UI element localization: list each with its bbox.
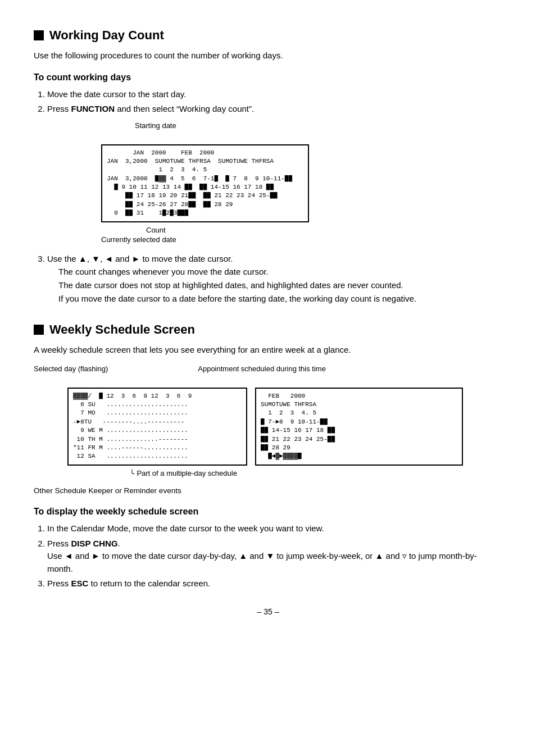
- section-title-weekly: Weekly Schedule Screen: [34, 322, 502, 337]
- screen-content: JAN 2000 FEB 2000 JAN 3,2000 SUMOTUWE TH…: [107, 149, 303, 218]
- currently-selected-label: Currently selected date: [101, 235, 176, 244]
- multiple-day-label: └ Part of a multiple-day schedule: [101, 469, 502, 477]
- working-day-steps: Move the date cursor to the start day. P…: [34, 88, 502, 116]
- subsection-title-weekly: To display the weekly schedule screen: [34, 507, 502, 517]
- weekly-screen-left: ▓▓▓▓/ █ 12 3 6 9 12 3 6 9 6 SU .........…: [67, 388, 247, 466]
- section-title-working-day: Working Day Count: [34, 28, 502, 43]
- subsection-title-count: To count working days: [34, 72, 502, 83]
- other-schedule-text: Other Schedule Keeper or Reminder events: [34, 485, 502, 497]
- step3-note3: If you move the date cursor to a date be…: [58, 294, 416, 303]
- weekly-step-2: Press DISP CHNG. Use ◄ and ► to move the…: [47, 538, 502, 576]
- weekly-schedule-section: Weekly Schedule Screen A weekly schedule…: [34, 322, 502, 590]
- working-day-count-section: Working Day Count Use the following proc…: [34, 28, 502, 306]
- step3-note1: The count changes whenever you move the …: [58, 267, 269, 276]
- step3-note2: The date cursor does not stop at highlig…: [58, 280, 403, 290]
- black-square-icon-2: [34, 325, 44, 335]
- weekly-screen-right: FEB 2000 SUMOTUWE THFRSA 1 2 3 4. 5 █ 7-…: [255, 388, 463, 466]
- step-2: Press FUNCTION and then select “Working …: [47, 103, 502, 116]
- weekly-step-1: In the Calendar Mode, move the date curs…: [47, 522, 502, 535]
- weekly-step-3: Press ESC to return to the calendar scre…: [47, 577, 502, 590]
- step-1: Move the date cursor to the start day.: [47, 88, 502, 101]
- diagram1-wrapper: Starting date JAN 2000 FEB 2000 JAN 3,20…: [67, 121, 502, 244]
- weekly-display-steps: In the Calendar Mode, move the date curs…: [34, 522, 502, 590]
- starting-date-label: Starting date: [135, 121, 502, 130]
- weekly-screen-content: ▓▓▓▓/ █ 12 3 6 9 12 3 6 9 6 SU .........…: [73, 392, 242, 461]
- working-day-screen: JAN 2000 FEB 2000 JAN 3,2000 SUMOTUWE TH…: [101, 144, 309, 222]
- count-label: Count: [146, 226, 166, 234]
- working-day-intro: Use the following procedures to count th…: [34, 49, 502, 62]
- weekly-intro: A weekly schedule screen that lets you s…: [34, 344, 502, 357]
- step3-block: Use the ▲, ▼, ◄ and ► to move the date c…: [34, 253, 502, 306]
- step-3: Use the ▲, ▼, ◄ and ► to move the date c…: [47, 253, 502, 306]
- page-number: – 35 –: [34, 607, 502, 616]
- selected-day-label: Selected day (flashing): [34, 365, 108, 373]
- diagram2-wrapper: Selected day (flashing) Appointment sche…: [34, 365, 502, 477]
- appt-label: Appointment scheduled during this time: [198, 365, 326, 373]
- black-square-icon: [34, 30, 44, 40]
